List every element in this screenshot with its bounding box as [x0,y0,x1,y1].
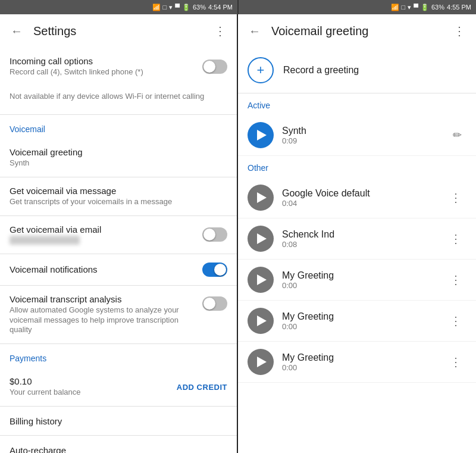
active-greeting-duration: 0:09 [282,136,448,145]
greeting-name-3: My Greeting [282,311,445,322]
play-button-1[interactable] [248,226,274,252]
voicemail-transcript-text: Voicemail transcript analysis Allow auto… [10,294,202,336]
greeting-more-4[interactable]: ⋮ [445,350,466,374]
play-triangle-1 [257,233,267,244]
incoming-call-item[interactable]: Incoming call options Record call (4), S… [0,48,237,86]
play-button-4[interactable] [248,349,274,375]
auto-recharge-item[interactable]: Auto-recharge [0,436,237,453]
voicemail-transcript-subtitle: Allow automated Google systems to analyz… [10,305,202,336]
play-triangle-3 [257,315,267,326]
greeting-name-2: My Greeting [282,270,445,281]
greeting-info-2: My Greeting 0:00 [274,270,445,290]
status-bar-left: 📶 □ ▾ ▀ 🔋 63% 4:54 PM [0,0,237,14]
active-greeting-name: Synth [282,126,448,136]
voicemail-transcript-toggle[interactable] [202,296,227,311]
greeting-more-3[interactable]: ⋮ [445,309,466,333]
active-greeting-item[interactable]: Synth 0:09 ✏ [238,115,476,156]
toggle-knob-notifications [214,264,226,276]
voicemail-section-header: Voicemail [0,115,237,139]
toggle-knob-transcript [203,298,215,310]
voicemail-transcript-item[interactable]: Voicemail transcript analysis Allow auto… [0,286,237,344]
balance-text: $0.10 Your current balance [10,376,177,398]
settings-app-bar: ← Settings ⋮ [0,14,237,48]
voicemail-back-arrow-icon: ← [249,24,261,38]
voicemail-email-toggle[interactable] [202,227,227,242]
settings-back-button[interactable]: ← [5,19,29,43]
signal-icon: ▀ [175,4,180,11]
play-button-2[interactable] [248,267,274,293]
active-greeting-info: Synth 0:09 [274,126,448,145]
get-voicemail-message-item[interactable]: Get voicemail via message Get transcript… [0,177,237,215]
incoming-call-toggle[interactable] [202,60,227,74]
greeting-more-1[interactable]: ⋮ [445,227,466,251]
voicemail-transcript-title: Voicemail transcript analysis [10,294,202,304]
nfc-icon: 📶 [152,4,161,11]
greeting-duration-3: 0:00 [282,322,445,331]
play-triangle-0 [257,192,267,203]
greeting-item-2[interactable]: My Greeting 0:00 ⋮ [238,260,476,301]
left-clock: 4:54 PM [208,4,233,11]
record-greeting-icon: + [248,57,274,83]
greeting-more-2[interactable]: ⋮ [445,268,466,292]
battery-icon: 🔋 [182,4,190,11]
get-voicemail-email-item[interactable]: Get voicemail via email ●●●●●●●●●●●●●●● [0,216,237,254]
active-section-label: Active [238,93,476,115]
greeting-duration-4: 0:00 [282,363,445,372]
left-time: 63% [193,4,206,11]
incoming-call-subtitle: Record call (4), Switch linked phone (*) [10,67,202,77]
greeting-item-3[interactable]: My Greeting 0:00 ⋮ [238,301,476,342]
add-credit-button[interactable]: ADD CREDIT [177,383,227,392]
voicemail-notifications-toggle[interactable] [202,263,227,277]
voicemail-notifications-item[interactable]: Voicemail notifications [0,254,237,285]
greeting-duration-2: 0:00 [282,281,445,290]
balance-label: Your current balance [10,388,177,398]
voicemail-more-button[interactable]: ⋮ [447,19,471,43]
play-button-3[interactable] [248,308,274,334]
status-bar-right: 📶 □ ▾ ▀ 🔋 63% 4:55 PM [239,0,476,14]
greeting-name-1: Schenck Ind [282,229,445,240]
greeting-item-0[interactable]: Google Voice default 0:04 ⋮ [238,177,476,218]
plus-icon: + [257,63,265,78]
greeting-info-1: Schenck Ind 0:08 [274,229,445,249]
voicemail-greeting-item[interactable]: Voicemail greeting Synth [0,139,237,177]
play-button-0[interactable] [248,185,274,211]
greeting-item-4[interactable]: My Greeting 0:00 ⋮ [238,342,476,383]
get-voicemail-message-subtitle: Get transcripts of your voicemails in a … [10,197,227,207]
voicemail-greeting-title: Voicemail greeting [10,147,227,157]
voicemail-notifications-title: Voicemail notifications [10,264,202,274]
play-triangle-4 [257,357,267,367]
greeting-info-0: Google Voice default 0:04 [274,188,445,208]
greeting-duration-0: 0:04 [282,199,445,208]
voicemail-content: + Record a greeting Active Synth 0:09 ✏ … [238,48,476,453]
right-clock: 4:55 PM [447,4,471,11]
signal-icon-r: ▀ [414,4,418,11]
play-triangle-2 [257,274,267,285]
billing-history-item[interactable]: Billing history [0,407,237,435]
voicemail-more-vert-icon: ⋮ [453,24,465,38]
toggle-knob-email [203,229,215,240]
auto-recharge-title: Auto-recharge [10,445,66,453]
voicemail-greeting-panel: ← Voicemail greeting ⋮ + Record a greeti… [238,14,476,453]
incoming-call-note-text: Not available if any device allows Wi-Fi… [10,92,204,102]
voicemail-greeting-text: Voicemail greeting Synth [10,147,227,168]
incoming-call-note: Not available if any device allows Wi-Fi… [0,86,237,114]
voicemail-app-bar: ← Voicemail greeting ⋮ [238,14,476,48]
record-greeting-item[interactable]: + Record a greeting [238,48,476,93]
greeting-more-0[interactable]: ⋮ [445,186,466,210]
get-voicemail-message-title: Get voicemail via message [10,186,227,196]
greeting-info-4: My Greeting 0:00 [274,352,445,372]
settings-more-button[interactable]: ⋮ [208,19,232,43]
copy-icon: □ [163,4,167,11]
get-voicemail-email-text: Get voicemail via email ●●●●●●●●●●●●●●● [10,224,202,245]
greeting-item-1[interactable]: Schenck Ind 0:08 ⋮ [238,218,476,260]
main-content: ← Settings ⋮ Incoming call options Recor… [0,14,476,453]
wifi-icon: ▾ [169,4,173,11]
wifi-icon-r: ▾ [408,4,411,11]
active-greeting-edit-button[interactable]: ✏ [448,124,466,146]
right-battery: 63% [431,4,444,11]
active-play-button[interactable] [248,122,274,148]
voicemail-back-button[interactable]: ← [243,19,267,43]
incoming-call-title: Incoming call options [10,56,202,66]
payments-section-header: Payments [0,344,237,368]
toggle-knob [203,61,215,73]
